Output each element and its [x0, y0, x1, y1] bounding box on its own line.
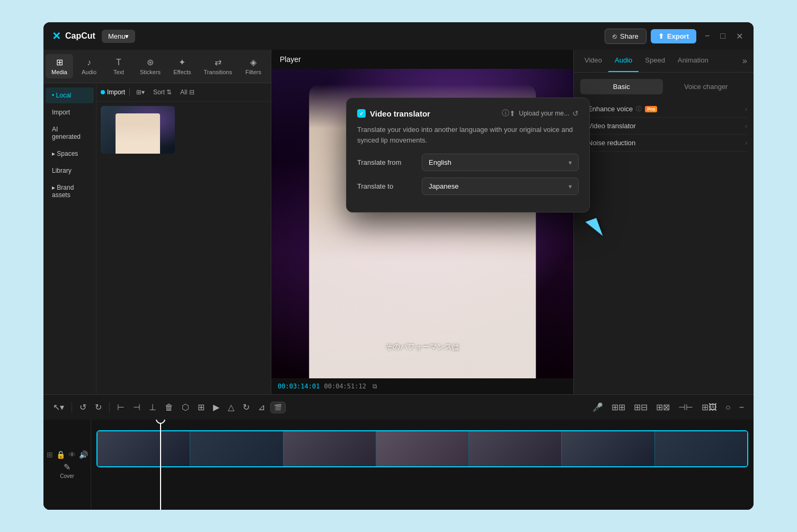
redo-button[interactable]: ↻ — [92, 400, 105, 414]
bottom-toolbar: ↖▾ ↺ ↻ ⊢ ⊣ ⊥ 🗑 ⬡ ⊞ ▶ △ ↻ ⊿ 🎬 🎤 ⊞⊞ ⊞⊟ ⊞⊠ … — [43, 394, 754, 420]
title-bar-actions: ⎋ Share ⬆ Export — [605, 29, 696, 44]
trim-right-button[interactable]: ⊥ — [146, 400, 160, 414]
delete-button[interactable]: 🗑 — [162, 401, 176, 414]
more-tabs-button[interactable]: » — [740, 50, 749, 72]
sidebar-item-brand-assets[interactable]: ▸ Brand assets — [46, 180, 94, 203]
sticker-button[interactable]: ⊞⊟ — [631, 400, 651, 414]
tab-animation[interactable]: Animation — [671, 50, 715, 72]
sidebar-item-local[interactable]: • Local — [46, 87, 94, 103]
audio-track-button[interactable]: ⊞⊠ — [653, 400, 673, 414]
track-visibility-icon[interactable]: 👁 — [68, 450, 76, 459]
pro-button[interactable]: 🎬 — [270, 402, 286, 413]
track-frame-5 — [469, 431, 562, 466]
share-button[interactable]: ⎋ Share — [605, 29, 647, 44]
refresh-icon[interactable]: ↺ — [572, 109, 579, 118]
tab-speed[interactable]: Speed — [639, 50, 671, 72]
stabilize-button[interactable]: △ — [225, 400, 237, 414]
translate-to-select[interactable]: Japanese ▾ — [422, 178, 579, 195]
snap-button[interactable]: ⊣⊢ — [675, 400, 696, 414]
player-title: Player — [280, 55, 301, 64]
video-translator-row: ✓ Video translator › — [580, 118, 747, 135]
current-time: 00:03:14:01 — [278, 383, 320, 390]
main-content: ⊞ Media ♪ Audio T Text ⊛ Stickers ✦ Ef — [43, 50, 754, 394]
sidebar-item-import[interactable]: Import — [46, 104, 94, 120]
pro-badge: Pro — [645, 106, 657, 112]
trim-left-button[interactable]: ⊣ — [130, 400, 144, 414]
timeline-content: ⊞ 🔒 👁 🔊 ✎ Cover — [43, 420, 754, 510]
text-icon: T — [116, 58, 121, 67]
tab-filters[interactable]: ◈ Filters — [240, 54, 267, 78]
export-icon: ⬆ — [658, 32, 664, 40]
undo-button[interactable]: ↺ — [76, 400, 90, 414]
split-button[interactable]: ⊢ — [114, 400, 128, 414]
player-footer: 00:03:14:01 00:04:51:12 ⧉ — [271, 378, 573, 394]
tab-effects[interactable]: ✦ Effects — [168, 54, 196, 78]
basic-tab[interactable]: Basic — [580, 79, 663, 94]
track-frame-7 — [655, 431, 747, 466]
tab-transitions[interactable]: ⇄ Transitions — [199, 54, 237, 78]
video-track[interactable] — [96, 430, 748, 467]
menu-button[interactable]: Menu▾ — [102, 30, 136, 43]
section-arrow: › — [745, 105, 747, 113]
rotate-button[interactable]: ↻ — [240, 400, 253, 414]
transitions-icon: ⇄ — [215, 57, 222, 67]
sidebar-nav: • Local Import AI generated ▸ Spaces Lib… — [43, 83, 96, 394]
tab-media[interactable]: ⊞ Media — [46, 54, 73, 78]
right-toolbar-icons: 🎤 ⊞⊞ ⊞⊟ ⊞⊠ ⊣⊢ ⊞🖼 ○ − — [589, 400, 747, 414]
zoom-minus-button[interactable]: − — [736, 401, 747, 414]
popup-checkbox[interactable] — [357, 109, 366, 118]
media-thumbnail[interactable] — [101, 106, 175, 154]
sidebar-item-spaces[interactable]: ▸ Spaces — [46, 146, 94, 162]
track-frame-3 — [284, 431, 376, 466]
voice-changer-tab[interactable]: Voice changer — [665, 79, 748, 94]
track-control-icons: ⊞ 🔒 👁 🔊 — [47, 450, 88, 459]
track-audio-icon[interactable]: 🔊 — [79, 450, 88, 459]
effects-icon: ✦ — [179, 57, 185, 67]
crop-button[interactable]: ⬡ — [179, 400, 192, 414]
minimize-button[interactable]: − — [703, 30, 712, 42]
track-lock-icon[interactable]: 🔒 — [56, 450, 65, 459]
track-frame-4 — [376, 431, 469, 466]
tab-audio[interactable]: ♪ Audio — [75, 55, 103, 78]
playhead-handle[interactable] — [156, 420, 165, 424]
maximize-button[interactable]: □ — [718, 30, 728, 42]
translate-from-select[interactable]: English ▾ — [422, 154, 579, 171]
translate-to-row: Translate to Japanese ▾ — [357, 178, 579, 195]
media-icon: ⊞ — [56, 57, 63, 67]
audio-sections: Enhance voice ⓘ Pro › ✓ Video translator… — [580, 101, 747, 152]
cover-button[interactable]: ✎ Cover — [60, 462, 74, 479]
import-button[interactable]: Import — [101, 88, 125, 96]
play-button[interactable]: ▶ — [210, 400, 223, 414]
tab-audio[interactable]: Audio — [608, 50, 639, 72]
voice-button[interactable]: 🎤 — [589, 400, 606, 414]
export-button[interactable]: ⬆ Export — [651, 29, 696, 43]
image-button[interactable]: ⊞🖼 — [698, 400, 720, 414]
aspect-ratio-icon: ⧉ — [373, 383, 377, 390]
close-button[interactable]: ✕ — [734, 30, 745, 42]
playhead[interactable] — [160, 420, 161, 510]
right-panel: Video Audio Speed Animation » Basic Voic… — [573, 50, 754, 394]
link-button[interactable]: ⊞⊞ — [608, 400, 628, 414]
fit-button[interactable]: ○ — [722, 401, 734, 414]
right-tabs: Video Audio Speed Animation » — [574, 50, 754, 73]
filter-all-button[interactable]: All ⊟ — [178, 87, 197, 97]
mirror-button[interactable]: ⊿ — [255, 400, 268, 414]
toolbar-separator — [129, 88, 130, 96]
popup-title: Video translator — [370, 109, 500, 118]
track-frame-1 — [98, 431, 190, 466]
view-toggle-button[interactable]: ⊞▾ — [134, 87, 147, 97]
sidebar-item-library[interactable]: Library — [46, 163, 94, 179]
layout-button[interactable]: ⊞ — [194, 400, 208, 414]
pro-icon: 🎬 — [274, 404, 282, 411]
upload-text: Upload your me... — [519, 110, 569, 117]
select-tool-button[interactable]: ↖▾ — [50, 400, 67, 414]
sidebar-item-ai-generated[interactable]: AI generated — [46, 121, 94, 145]
sort-button[interactable]: Sort ⇅ — [151, 87, 174, 97]
tab-stickers[interactable]: ⊛ Stickers — [135, 54, 166, 78]
tab-text[interactable]: T Text — [105, 55, 132, 78]
tab-video[interactable]: Video — [578, 50, 608, 72]
logo-icon: ✕ — [52, 30, 61, 42]
track-grid-icon[interactable]: ⊞ — [47, 450, 53, 459]
timeline-main[interactable] — [91, 420, 754, 510]
video-translator-label: Video translator — [588, 122, 636, 130]
